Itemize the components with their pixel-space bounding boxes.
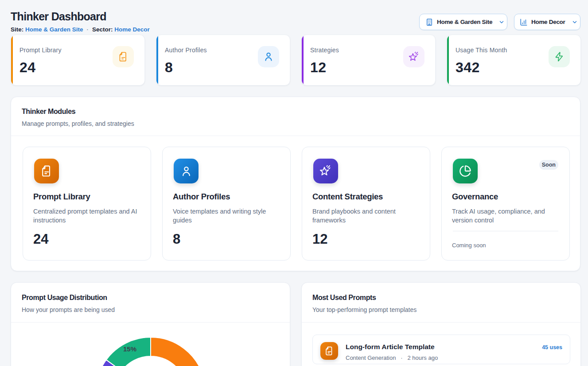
svg-text:15%: 15% <box>123 345 136 353</box>
